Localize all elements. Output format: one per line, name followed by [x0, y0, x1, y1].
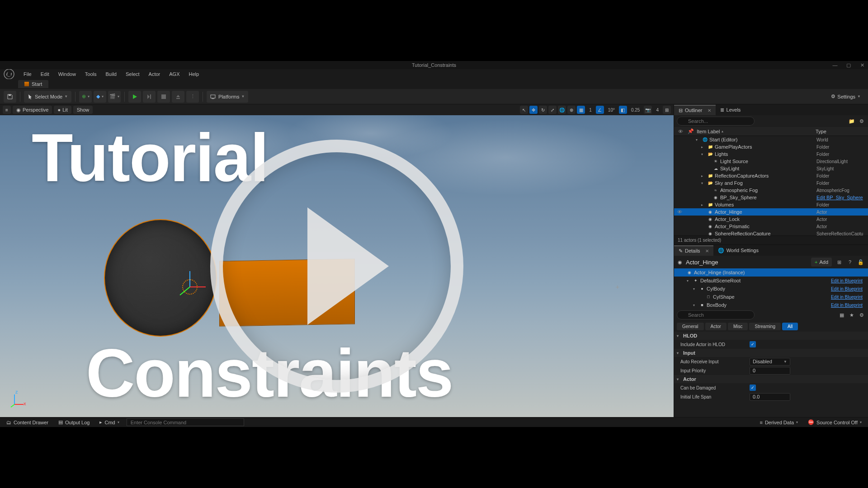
- scale-tool[interactable]: ⤢: [548, 106, 557, 114]
- outliner-search-input[interactable]: [677, 117, 755, 126]
- filter-misc[interactable]: Misc: [728, 323, 748, 330]
- surface-snap-toggle[interactable]: ⊕: [567, 106, 576, 114]
- play-button[interactable]: [128, 91, 141, 103]
- close-button[interactable]: ✕: [859, 62, 865, 68]
- outliner-row[interactable]: ▸📁GamePlayActorsFolder: [674, 143, 868, 150]
- type-column[interactable]: Type: [816, 129, 865, 134]
- pin-column-icon[interactable]: 📌: [688, 128, 693, 134]
- menu-actor[interactable]: Actor: [144, 70, 165, 78]
- add-component-button[interactable]: +Add: [811, 258, 832, 267]
- maximize-button[interactable]: ▢: [845, 62, 852, 68]
- edit-blueprint-link[interactable]: Edit in Blueprint: [831, 278, 865, 283]
- add-content-button[interactable]: ⊕▾: [79, 91, 92, 103]
- edit-blueprint-link[interactable]: Edit in Blueprint: [831, 295, 865, 300]
- category-hlod[interactable]: ▾HLOD: [674, 332, 868, 340]
- translate-tool[interactable]: ✥: [529, 106, 538, 114]
- derived-data-button[interactable]: ≡Derived Data▾: [757, 419, 801, 426]
- component-tree[interactable]: ◉Actor_Hinge (Instance)▾✦DefaultSceneRoo…: [674, 268, 868, 309]
- source-control-button[interactable]: ⛔Source Control Off▾: [805, 418, 864, 426]
- outliner-row[interactable]: ◉Actor_LockActor: [674, 216, 868, 223]
- component-row[interactable]: □CylShapeEdit in Blueprint: [674, 293, 868, 301]
- dropdown[interactable]: Disabled▼: [750, 358, 790, 366]
- play-options-button[interactable]: ⋮: [186, 91, 199, 103]
- output-log-button[interactable]: ▤Output Log: [56, 418, 92, 426]
- save-button[interactable]: [4, 91, 16, 103]
- edit-blueprint-link[interactable]: Edit in Blueprint: [831, 286, 865, 291]
- outliner-row[interactable]: ▸📁VolumesFolder: [674, 201, 868, 208]
- number-input[interactable]: 0.0: [750, 393, 790, 401]
- grid-snap-toggle[interactable]: ▦: [577, 106, 585, 114]
- outliner-row[interactable]: ▾🌐Start (Editor)World: [674, 136, 868, 143]
- details-search-input[interactable]: [677, 310, 755, 319]
- menu-select[interactable]: Select: [121, 70, 144, 78]
- outliner-row[interactable]: ▸📁ReflectionCaptureActorsFolder: [674, 172, 868, 179]
- gear-icon[interactable]: ⚙: [858, 117, 865, 125]
- outliner-tree[interactable]: ▾🌐Start (Editor)World▸📁GamePlayActorsFol…: [674, 136, 868, 235]
- outliner-row[interactable]: ◉BP_Sky_SphereEdit BP_Sky_Sphere: [674, 194, 868, 201]
- menu-help[interactable]: Help: [184, 70, 203, 78]
- maximize-viewport-button[interactable]: ⊞: [663, 106, 671, 114]
- filter-general[interactable]: General: [677, 323, 704, 330]
- help-icon[interactable]: ?: [846, 258, 854, 266]
- component-row[interactable]: ▾●CylBodyEdit in Blueprint: [674, 285, 868, 293]
- menu-file[interactable]: File: [19, 70, 36, 78]
- outliner-row[interactable]: ▾📂Sky and FogFolder: [674, 179, 868, 187]
- scale-snap-value[interactable]: 0.25: [628, 108, 642, 113]
- outliner-row[interactable]: ☁SkyLightSkyLight: [674, 165, 868, 172]
- tab-details[interactable]: ✎Details✕: [674, 245, 713, 256]
- outliner-row[interactable]: ◉Actor_PrismaticActor: [674, 223, 868, 230]
- checkbox[interactable]: ✓: [750, 341, 756, 347]
- filter-all[interactable]: All: [782, 323, 798, 330]
- level-tab-start[interactable]: Start: [18, 80, 48, 88]
- menu-build[interactable]: Build: [101, 70, 121, 78]
- edit-blueprint-link[interactable]: Edit BP_Sky_Sphere: [816, 195, 863, 200]
- cinematics-button[interactable]: 🎬▾: [108, 91, 121, 103]
- tab-outliner[interactable]: ⊟Outliner✕: [674, 105, 716, 115]
- outliner-row[interactable]: 👁◉Actor_HingeActor: [674, 208, 868, 216]
- coord-space-toggle[interactable]: 🌐: [558, 106, 566, 114]
- settings-dropdown[interactable]: ⚙ Settings▼: [827, 91, 864, 103]
- select-mode-dropdown[interactable]: Select Mode▼: [24, 91, 71, 103]
- outliner-row[interactable]: ▾📂LightsFolder: [674, 150, 868, 158]
- outliner-row[interactable]: ☀Light SourceDirectionalLight: [674, 158, 868, 165]
- skip-button[interactable]: [143, 91, 156, 103]
- rotate-tool[interactable]: ↻: [539, 106, 547, 114]
- checkbox[interactable]: ✓: [750, 385, 756, 391]
- video-play-button[interactable]: [210, 140, 463, 393]
- platforms-dropdown[interactable]: Platforms▼: [207, 91, 248, 103]
- camera-speed-button[interactable]: 📷: [644, 106, 652, 114]
- eject-button[interactable]: [172, 91, 184, 103]
- filter-actor[interactable]: Actor: [705, 323, 726, 330]
- item-label-column[interactable]: Item Label ▴: [697, 129, 812, 134]
- show-dropdown[interactable]: Show: [73, 106, 93, 114]
- expand-toggle[interactable]: ▾: [701, 181, 706, 185]
- angle-snap-value[interactable]: 10°: [605, 108, 618, 113]
- console-input[interactable]: [127, 418, 244, 426]
- lit-dropdown[interactable]: ●Lit: [54, 106, 71, 114]
- browse-icon[interactable]: ⊞: [835, 258, 843, 266]
- expand-toggle[interactable]: ▾: [701, 152, 706, 156]
- outliner-row[interactable]: ◉SphereReflectionCaptureSphereReflection…: [674, 230, 868, 235]
- expand-toggle[interactable]: ▸: [701, 174, 706, 178]
- category-input[interactable]: ▾Input: [674, 349, 868, 357]
- blueprints-button[interactable]: ◆▾: [94, 91, 106, 103]
- component-row[interactable]: ▾✦DefaultSceneRootEdit in Blueprint: [674, 277, 868, 285]
- content-drawer-button[interactable]: 🗂Content Drawer: [4, 419, 51, 426]
- menu-edit[interactable]: Edit: [36, 70, 54, 78]
- visibility-column-icon[interactable]: 👁: [677, 129, 684, 134]
- expand-toggle[interactable]: ▸: [701, 203, 706, 207]
- unreal-logo-icon[interactable]: [3, 68, 15, 80]
- edit-blueprint-link[interactable]: Edit in Blueprint: [831, 303, 865, 308]
- perspective-dropdown[interactable]: ◉Perspective: [13, 106, 52, 114]
- minimize-button[interactable]: —: [832, 62, 838, 68]
- menu-agx[interactable]: AGX: [165, 70, 184, 78]
- property-matrix-icon[interactable]: ▦: [838, 311, 845, 319]
- tab-levels[interactable]: ≣Levels: [716, 105, 745, 115]
- menu-tools[interactable]: Tools: [80, 70, 101, 78]
- favorite-icon[interactable]: ★: [848, 311, 855, 319]
- transform-gizmo[interactable]: [172, 269, 199, 296]
- visibility-toggle[interactable]: 👁: [676, 209, 683, 215]
- viewport-3d[interactable]: + Tutorial Constraints zx: [0, 115, 674, 417]
- expand-toggle[interactable]: ▸: [701, 145, 706, 149]
- angle-snap-toggle[interactable]: ∠: [596, 106, 604, 114]
